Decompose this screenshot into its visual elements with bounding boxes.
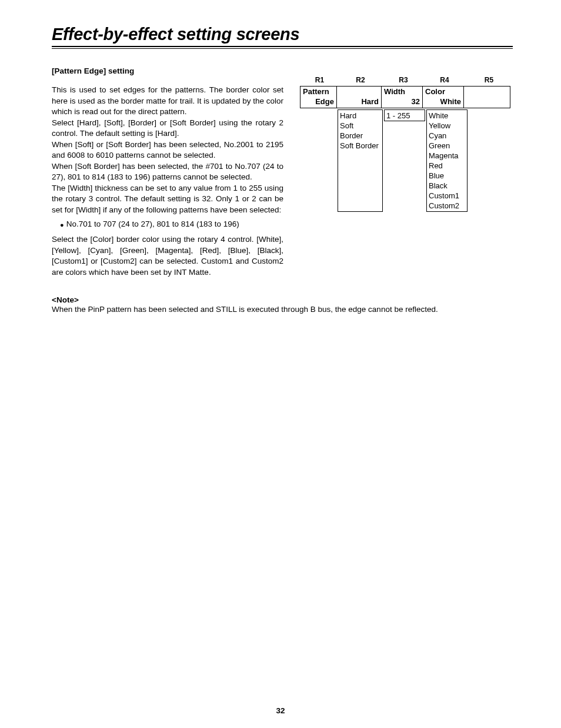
color-option: Custom2 xyxy=(429,201,465,211)
color-option: Green xyxy=(429,141,465,151)
color-option: Cyan xyxy=(429,131,465,141)
r3-label: R3 xyxy=(383,76,424,84)
r4-label: R4 xyxy=(424,76,465,84)
paragraph: The [Width] thickness can be set to any … xyxy=(52,183,283,216)
paragraph: Select the [Color] border color using th… xyxy=(52,234,283,278)
note-heading: <Note> xyxy=(52,295,513,304)
color-value: White xyxy=(425,97,461,107)
edge-option: Soft xyxy=(340,121,380,131)
color-options-box: White Yellow Cyan Green Magenta Red Blue… xyxy=(426,109,468,212)
width-value: 32 xyxy=(384,97,420,107)
color-option: Yellow xyxy=(429,121,465,131)
col-color: Color White xyxy=(423,87,464,108)
paragraph: When [Soft] or [Soft Border] has been se… xyxy=(52,139,283,161)
rotary-header-row: R1 R2 R3 R4 R5 xyxy=(300,76,513,84)
col-edge-value: Hard xyxy=(337,87,382,108)
edge-option: Border xyxy=(340,131,380,141)
width-range-box: 1 - 255 xyxy=(384,109,425,121)
r5-label: R5 xyxy=(465,76,513,84)
width-range: 1 - 255 xyxy=(386,111,410,120)
bullet-item: ● No.701 to 707 (24 to 27), 801 to 814 (… xyxy=(60,219,283,231)
paragraph: When [Soft Border] has been selected, th… xyxy=(52,161,283,183)
page-title: Effect-by-effect setting screens xyxy=(52,25,513,44)
edge-option: Hard xyxy=(340,111,380,121)
bullet-text: No.701 to 707 (24 to 27), 801 to 814 (18… xyxy=(66,219,239,231)
section-heading: [Pattern Edge] setting xyxy=(52,67,283,75)
page-number: 32 xyxy=(0,706,561,715)
color-option: Custom1 xyxy=(429,191,465,201)
color-option: Magenta xyxy=(429,151,465,161)
settings-table: Pattern Edge Hard Width 32 Color White xyxy=(300,86,510,108)
edge-options-box: Hard Soft Border Soft Border xyxy=(338,109,383,212)
color-option: Red xyxy=(429,161,465,171)
divider-thick xyxy=(52,46,513,47)
options-row: Hard Soft Border Soft Border 1 - 255 Whi… xyxy=(300,109,510,212)
divider-thin xyxy=(52,48,513,49)
col-width: Width 32 xyxy=(382,87,423,108)
color-option: Black xyxy=(429,181,465,191)
color-option: White xyxy=(429,111,465,121)
bullet-icon: ● xyxy=(60,219,64,231)
paragraph: This is used to set edges for the patter… xyxy=(52,85,283,118)
paragraph: Select [Hard], [Soft], [Border] or [Soft… xyxy=(52,118,283,139)
r2-label: R2 xyxy=(338,76,383,84)
color-label: Color xyxy=(425,87,461,97)
col-pattern-edge: Pattern Edge xyxy=(300,87,337,108)
edge-option: Soft Border xyxy=(340,141,380,151)
color-option: Blue xyxy=(429,171,465,181)
r1-label: R1 xyxy=(301,76,338,84)
edge-value: Hard xyxy=(339,97,379,107)
note-body: When the PinP pattern has been selected … xyxy=(52,304,513,315)
width-label: Width xyxy=(384,87,420,97)
col-empty xyxy=(464,87,510,108)
pattern-label-2: Edge xyxy=(303,97,334,107)
pattern-label-1: Pattern xyxy=(303,87,334,97)
